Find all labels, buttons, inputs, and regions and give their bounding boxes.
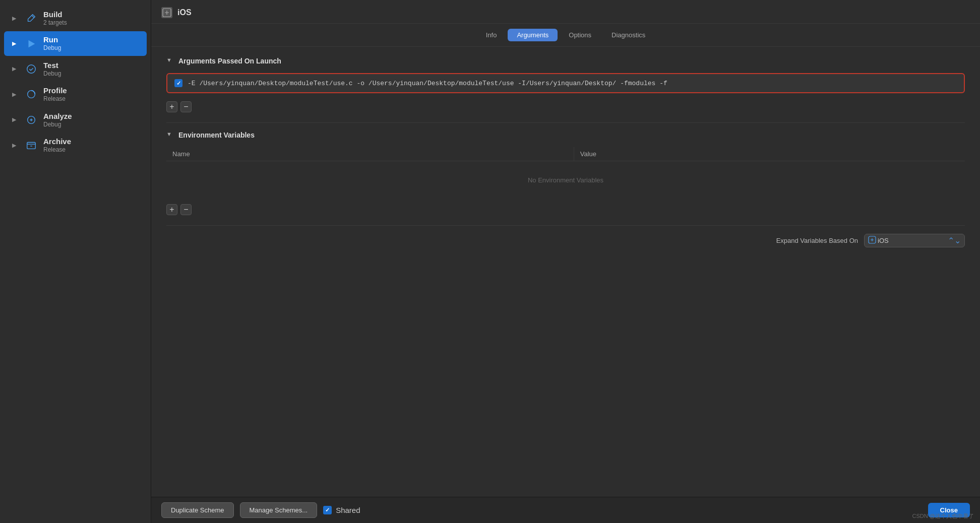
tab-arguments[interactable]: Arguments — [508, 29, 558, 41]
profile-icon — [24, 87, 38, 101]
tab-options[interactable]: Options — [560, 29, 600, 41]
sidebar-item-analyze[interactable]: ▶ Analyze Debug — [4, 108, 147, 132]
sidebar-item-run[interactable]: ▶ Run Debug — [4, 31, 147, 55]
sidebar-profile-name: Profile — [43, 86, 67, 95]
shared-checkbox-wrap: Shared — [323, 506, 360, 514]
chevron-right-active-icon: ▶ — [12, 40, 19, 47]
env-section-header: ▼ Environment Variables — [166, 131, 965, 139]
content-area: ▼ Arguments Passed On Launch -E /Users/y… — [151, 47, 980, 497]
section-divider-1 — [166, 122, 965, 123]
tab-bar: Info Arguments Options Diagnostics — [151, 24, 980, 47]
expand-vars-row: Expand Variables Based On iOS macOS ⌃⌄ — [166, 225, 965, 252]
main-content: iOS Info Arguments Options Diagnostics ▼… — [151, 0, 980, 523]
bottom-bar: Duplicate Scheme Manage Schemes... Share… — [151, 497, 980, 523]
analyze-icon — [24, 113, 38, 127]
col-value-header: Value — [574, 147, 965, 161]
manage-schemes-button[interactable]: Manage Schemes... — [240, 502, 318, 518]
argument-checkbox[interactable] — [174, 79, 182, 87]
col-name-header: Name — [166, 147, 574, 161]
sidebar-analyze-sub: Debug — [43, 121, 72, 128]
project-title: iOS — [177, 8, 192, 17]
sidebar-archive-sub: Release — [43, 146, 71, 153]
sidebar-run-name: Run — [43, 35, 61, 44]
expand-vars-select-wrapper: iOS macOS ⌃⌄ — [864, 234, 965, 247]
sidebar-build-name: Build — [43, 10, 67, 19]
build-icon — [24, 11, 38, 25]
run-icon — [24, 37, 38, 51]
arguments-section-title: Arguments Passed On Launch — [178, 57, 281, 65]
chevron-right-profile-icon: ▶ — [12, 91, 19, 98]
archive-icon — [24, 138, 38, 152]
sidebar-test-sub: Debug — [43, 70, 61, 77]
svg-rect-4 — [27, 143, 36, 149]
sidebar-item-profile[interactable]: ▶ Profile Release — [4, 82, 147, 106]
add-env-button[interactable]: + — [166, 204, 177, 215]
sidebar: ▶ Build 2 targets ▶ Run Debu — [0, 0, 151, 523]
expand-vars-label: Expand Variables Based On — [776, 237, 858, 244]
sidebar-build-sub: 2 targets — [43, 19, 67, 26]
sidebar-item-test[interactable]: ▶ Test Debug — [4, 57, 147, 81]
main-header: iOS — [151, 0, 980, 24]
sidebar-archive-name: Archive — [43, 137, 71, 146]
sidebar-item-archive[interactable]: ▶ Archive Release — [4, 133, 147, 157]
chevron-right-analyze-icon: ▶ — [12, 116, 19, 123]
test-icon — [24, 62, 38, 76]
sidebar-analyze-name: Analyze — [43, 112, 72, 121]
svg-marker-0 — [29, 40, 35, 47]
env-add-remove-controls: + − — [166, 204, 965, 215]
sidebar-profile-sub: Release — [43, 95, 67, 102]
project-icon — [161, 7, 172, 18]
remove-argument-button[interactable]: − — [180, 101, 192, 112]
arguments-add-remove-controls: + − — [166, 101, 965, 112]
chevron-right-icon: ▶ — [12, 15, 19, 22]
arguments-collapse-icon[interactable]: ▼ — [166, 57, 174, 65]
add-argument-button[interactable]: + — [166, 101, 177, 112]
env-collapse-icon[interactable]: ▼ — [166, 131, 174, 139]
tab-info[interactable]: Info — [477, 29, 506, 41]
env-section-title: Environment Variables — [178, 131, 255, 139]
chevron-right-test-icon: ▶ — [12, 66, 19, 72]
tab-diagnostics[interactable]: Diagnostics — [602, 29, 654, 41]
watermark: CSDN @这个人也中暑了 — [912, 512, 974, 520]
argument-row[interactable]: -E /Users/yinquan/Desktop/moduleTest/use… — [166, 73, 965, 93]
sidebar-item-build[interactable]: ▶ Build 2 targets — [4, 6, 147, 30]
expand-vars-select[interactable]: iOS macOS — [864, 234, 965, 247]
sidebar-run-sub: Debug — [43, 44, 61, 51]
duplicate-scheme-button[interactable]: Duplicate Scheme — [161, 502, 234, 518]
env-variables-table: Name Value No Environment Variables — [166, 147, 965, 199]
shared-checkbox[interactable] — [323, 506, 332, 514]
arguments-section-header: ▼ Arguments Passed On Launch — [166, 57, 965, 65]
env-empty-text: No Environment Variables — [166, 161, 965, 200]
sidebar-test-name: Test — [43, 61, 61, 70]
argument-value: -E /Users/yinquan/Desktop/moduleTest/use… — [188, 80, 667, 87]
remove-env-button[interactable]: − — [180, 204, 192, 215]
env-empty-row: No Environment Variables — [166, 161, 965, 200]
chevron-right-archive-icon: ▶ — [12, 142, 19, 149]
svg-point-1 — [27, 65, 36, 74]
shared-label: Shared — [336, 506, 360, 514]
